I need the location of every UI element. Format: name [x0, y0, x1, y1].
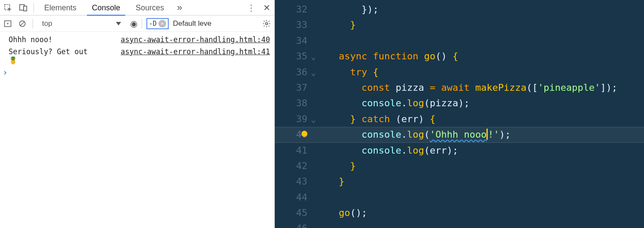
line-number[interactable]: 35	[275, 49, 316, 64]
toggle-sidebar-icon[interactable]	[3, 19, 14, 28]
log-message: Seriously? Get out 🍍	[9, 47, 94, 65]
line-number[interactable]: 46	[275, 221, 316, 228]
context-value: top	[42, 19, 52, 28]
line-number[interactable]: 34	[275, 33, 316, 49]
chevron-down-icon	[116, 22, 121, 25]
console-filter-input[interactable]: -D ✕	[146, 18, 169, 29]
code-line[interactable]: const pizza = await makePizza(['pineappl…	[316, 80, 644, 96]
code-line[interactable]: async function go() {	[316, 49, 644, 64]
console-prompt[interactable]: ›	[0, 67, 274, 77]
tabs-overflow-icon[interactable]: »	[172, 2, 187, 13]
context-select[interactable]: top	[37, 18, 126, 29]
svg-rect-2	[24, 6, 27, 11]
code-line[interactable]: }	[316, 17, 644, 33]
clear-filter-icon[interactable]: ✕	[158, 20, 166, 28]
console-output: Ohhh nooo! async-await-error-handling.ht…	[0, 32, 274, 228]
tab-sources[interactable]: Sources	[128, 0, 172, 15]
close-icon[interactable]: ✕	[259, 3, 274, 13]
line-number[interactable]: 38	[275, 96, 316, 111]
devtools-tab-bar: Elements Console Sources » ⋮ ✕	[0, 0, 274, 15]
console-toolbar: top ◉ -D ✕ Default leve	[0, 15, 274, 32]
line-number[interactable]: 45	[275, 205, 316, 221]
gear-icon[interactable]	[262, 19, 271, 28]
log-levels-select[interactable]: Default leve	[173, 19, 219, 28]
code-line[interactable]: console.log(err);	[316, 143, 644, 158]
divider	[33, 3, 34, 13]
console-log-row: Seriously? Get out 🍍 async-await-error-h…	[0, 46, 274, 67]
code-line[interactable]	[316, 33, 644, 49]
log-source-link[interactable]: async-await-error-handling.html:41	[121, 47, 270, 56]
code-line[interactable]: }	[316, 174, 644, 189]
code-line[interactable]	[316, 190, 644, 205]
log-source-link[interactable]: async-await-error-handling.html:40	[121, 35, 270, 44]
editor-gutter: 323334353637383940414243444546	[275, 0, 316, 228]
log-message: Ohhh nooo!	[9, 35, 94, 44]
code-editor[interactable]: 323334353637383940414243444546 }); } asy…	[275, 0, 644, 228]
device-toggle-icon[interactable]	[15, 3, 31, 12]
svg-line-5	[20, 22, 24, 26]
divider	[142, 19, 142, 28]
tab-console[interactable]: Console	[84, 0, 128, 15]
line-highlight	[275, 127, 644, 142]
svg-point-6	[266, 22, 268, 25]
code-line[interactable]: try {	[316, 65, 644, 80]
line-number[interactable]: 41	[275, 143, 316, 158]
filter-value: -D	[149, 20, 157, 28]
line-number[interactable]: 37	[275, 80, 316, 96]
code-line[interactable]	[316, 221, 644, 228]
line-number[interactable]: 36	[275, 65, 316, 80]
line-number[interactable]: 42	[275, 158, 316, 174]
devtools-panel: Elements Console Sources » ⋮ ✕ top ◉ -D …	[0, 0, 275, 228]
code-line[interactable]: });	[316, 2, 644, 17]
code-line[interactable]: console.log(pizza);	[316, 96, 644, 111]
divider	[33, 19, 33, 28]
clear-console-icon[interactable]	[18, 19, 28, 28]
live-expression-icon[interactable]: ◉	[130, 18, 137, 29]
code-line[interactable]: go();	[316, 205, 644, 221]
tab-elements[interactable]: Elements	[36, 0, 84, 15]
line-number[interactable]: 32	[275, 2, 316, 17]
line-number[interactable]: 44	[275, 190, 316, 205]
line-number[interactable]: 33	[275, 17, 316, 33]
kebab-menu-icon[interactable]: ⋮	[243, 3, 259, 13]
console-log-row: Ohhh nooo! async-await-error-handling.ht…	[0, 34, 274, 46]
code-line[interactable]: } catch (err) {	[316, 111, 644, 127]
editor-code[interactable]: }); } async function go() { try { const …	[316, 0, 644, 228]
code-line[interactable]: }	[316, 158, 644, 174]
inspect-icon[interactable]	[0, 3, 15, 12]
line-number[interactable]: 43	[275, 174, 316, 189]
line-number[interactable]: 39	[275, 111, 316, 127]
